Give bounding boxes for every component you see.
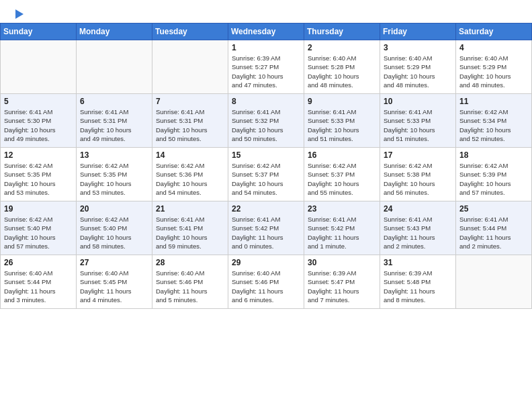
calendar-day-9: 9Sunrise: 6:41 AM Sunset: 5:33 PM Daylig… [304,94,380,148]
day-number: 14 [156,150,224,160]
day-info: Sunrise: 6:40 AM Sunset: 5:29 PM Dayligh… [384,54,452,89]
day-number: 12 [4,150,73,160]
calendar-day-27: 27Sunrise: 6:40 AM Sunset: 5:45 PM Dayli… [77,255,152,309]
calendar-day-empty [456,255,532,309]
day-info: Sunrise: 6:41 AM Sunset: 5:42 PM Dayligh… [232,215,300,250]
day-number: 19 [4,204,73,214]
calendar-day-empty [152,40,228,94]
day-number: 22 [232,204,300,214]
day-number: 4 [459,43,528,52]
day-info: Sunrise: 6:42 AM Sunset: 5:37 PM Dayligh… [308,161,376,197]
calendar-day-31: 31Sunrise: 6:39 AM Sunset: 5:48 PM Dayli… [380,255,456,309]
day-number: 11 [459,97,528,106]
day-info: Sunrise: 6:41 AM Sunset: 5:30 PM Dayligh… [4,107,73,143]
day-number: 3 [384,43,452,52]
calendar-day-empty [1,40,77,94]
day-number: 26 [4,258,73,267]
calendar-dow-sunday: Sunday [1,24,77,40]
day-number: 31 [384,258,452,267]
calendar-header-row: SundayMondayTuesdayWednesdayThursdayFrid… [1,24,532,40]
day-info: Sunrise: 6:41 AM Sunset: 5:42 PM Dayligh… [308,215,376,250]
calendar-day-12: 12Sunrise: 6:42 AM Sunset: 5:35 PM Dayli… [1,148,77,201]
day-info: Sunrise: 6:41 AM Sunset: 5:31 PM Dayligh… [156,107,224,143]
day-info: Sunrise: 6:40 AM Sunset: 5:45 PM Dayligh… [80,269,148,304]
calendar-week-row: 19Sunrise: 6:42 AM Sunset: 5:40 PM Dayli… [1,201,532,255]
day-number: 10 [384,97,452,106]
calendar-day-30: 30Sunrise: 6:39 AM Sunset: 5:47 PM Dayli… [304,255,380,309]
day-info: Sunrise: 6:39 AM Sunset: 5:48 PM Dayligh… [384,269,452,304]
calendar-day-20: 20Sunrise: 6:42 AM Sunset: 5:40 PM Dayli… [77,201,152,255]
calendar-day-15: 15Sunrise: 6:42 AM Sunset: 5:37 PM Dayli… [228,148,304,201]
calendar-dow-wednesday: Wednesday [228,24,304,40]
day-info: Sunrise: 6:42 AM Sunset: 5:39 PM Dayligh… [459,161,528,197]
calendar-day-5: 5Sunrise: 6:41 AM Sunset: 5:30 PM Daylig… [1,94,77,148]
day-info: Sunrise: 6:40 AM Sunset: 5:46 PM Dayligh… [232,269,300,304]
calendar-day-18: 18Sunrise: 6:42 AM Sunset: 5:39 PM Dayli… [456,148,532,201]
day-number: 21 [156,204,224,214]
day-number: 23 [308,204,376,214]
day-number: 6 [80,97,148,106]
day-info: Sunrise: 6:41 AM Sunset: 5:31 PM Dayligh… [80,107,148,143]
day-number: 16 [308,150,376,160]
calendar-day-28: 28Sunrise: 6:40 AM Sunset: 5:46 PM Dayli… [152,255,228,309]
calendar-day-13: 13Sunrise: 6:42 AM Sunset: 5:35 PM Dayli… [77,148,152,201]
day-info: Sunrise: 6:41 AM Sunset: 5:44 PM Dayligh… [459,215,528,250]
day-number: 5 [4,97,73,106]
calendar-week-row: 26Sunrise: 6:40 AM Sunset: 5:44 PM Dayli… [1,255,532,309]
day-info: Sunrise: 6:42 AM Sunset: 5:35 PM Dayligh… [80,161,148,197]
calendar-day-23: 23Sunrise: 6:41 AM Sunset: 5:42 PM Dayli… [304,201,380,255]
calendar-day-1: 1Sunrise: 6:39 AM Sunset: 5:27 PM Daylig… [228,40,304,94]
calendar-day-8: 8Sunrise: 6:41 AM Sunset: 5:32 PM Daylig… [228,94,304,148]
day-info: Sunrise: 6:39 AM Sunset: 5:47 PM Dayligh… [308,269,376,304]
calendar-day-4: 4Sunrise: 6:40 AM Sunset: 5:29 PM Daylig… [456,40,532,94]
calendar-week-row: 12Sunrise: 6:42 AM Sunset: 5:35 PM Dayli… [1,148,532,201]
day-info: Sunrise: 6:39 AM Sunset: 5:27 PM Dayligh… [232,54,300,89]
calendar-dow-tuesday: Tuesday [152,24,228,40]
calendar-day-29: 29Sunrise: 6:40 AM Sunset: 5:46 PM Dayli… [228,255,304,309]
day-number: 18 [459,150,528,160]
calendar-day-24: 24Sunrise: 6:41 AM Sunset: 5:43 PM Dayli… [380,201,456,255]
day-number: 20 [80,204,148,214]
day-number: 13 [80,150,148,160]
calendar-table: SundayMondayTuesdayWednesdayThursdayFrid… [0,23,532,309]
day-info: Sunrise: 6:42 AM Sunset: 5:38 PM Dayligh… [384,161,452,197]
day-number: 29 [232,258,300,267]
calendar-day-26: 26Sunrise: 6:40 AM Sunset: 5:44 PM Dayli… [1,255,77,309]
day-info: Sunrise: 6:42 AM Sunset: 5:35 PM Dayligh… [4,161,73,197]
calendar-day-11: 11Sunrise: 6:42 AM Sunset: 5:34 PM Dayli… [456,94,532,148]
day-number: 7 [156,97,224,106]
calendar-day-25: 25Sunrise: 6:41 AM Sunset: 5:44 PM Dayli… [456,201,532,255]
day-number: 30 [308,258,376,267]
day-info: Sunrise: 6:42 AM Sunset: 5:37 PM Dayligh… [232,161,300,197]
day-info: Sunrise: 6:42 AM Sunset: 5:40 PM Dayligh… [4,215,73,250]
calendar-week-row: 1Sunrise: 6:39 AM Sunset: 5:27 PM Daylig… [1,40,532,94]
day-info: Sunrise: 6:41 AM Sunset: 5:33 PM Dayligh… [308,107,376,143]
day-info: Sunrise: 6:42 AM Sunset: 5:36 PM Dayligh… [156,161,224,197]
day-info: Sunrise: 6:42 AM Sunset: 5:34 PM Dayligh… [459,107,528,143]
day-number: 24 [384,204,452,214]
calendar-day-19: 19Sunrise: 6:42 AM Sunset: 5:40 PM Dayli… [1,201,77,255]
day-number: 17 [384,150,452,160]
day-number: 9 [308,97,376,106]
calendar-dow-thursday: Thursday [304,24,380,40]
day-info: Sunrise: 6:40 AM Sunset: 5:28 PM Dayligh… [308,54,376,89]
calendar-dow-saturday: Saturday [456,24,532,40]
calendar-week-row: 5Sunrise: 6:41 AM Sunset: 5:30 PM Daylig… [1,94,532,148]
day-number: 15 [232,150,300,160]
day-info: Sunrise: 6:41 AM Sunset: 5:33 PM Dayligh… [384,107,452,143]
calendar-day-22: 22Sunrise: 6:41 AM Sunset: 5:42 PM Dayli… [228,201,304,255]
day-info: Sunrise: 6:41 AM Sunset: 5:32 PM Dayligh… [232,107,300,143]
day-number: 1 [232,43,300,52]
calendar-day-16: 16Sunrise: 6:42 AM Sunset: 5:37 PM Dayli… [304,148,380,201]
day-info: Sunrise: 6:41 AM Sunset: 5:43 PM Dayligh… [384,215,452,250]
calendar-day-3: 3Sunrise: 6:40 AM Sunset: 5:29 PM Daylig… [380,40,456,94]
calendar-dow-friday: Friday [380,24,456,40]
day-info: Sunrise: 6:40 AM Sunset: 5:29 PM Dayligh… [459,54,528,89]
logo-arrow-icon [15,9,24,19]
calendar-dow-monday: Monday [77,24,152,40]
day-info: Sunrise: 6:42 AM Sunset: 5:40 PM Dayligh… [80,215,148,250]
day-number: 27 [80,258,148,267]
calendar-day-empty [77,40,152,94]
calendar-day-10: 10Sunrise: 6:41 AM Sunset: 5:33 PM Dayli… [380,94,456,148]
calendar-day-6: 6Sunrise: 6:41 AM Sunset: 5:31 PM Daylig… [77,94,152,148]
